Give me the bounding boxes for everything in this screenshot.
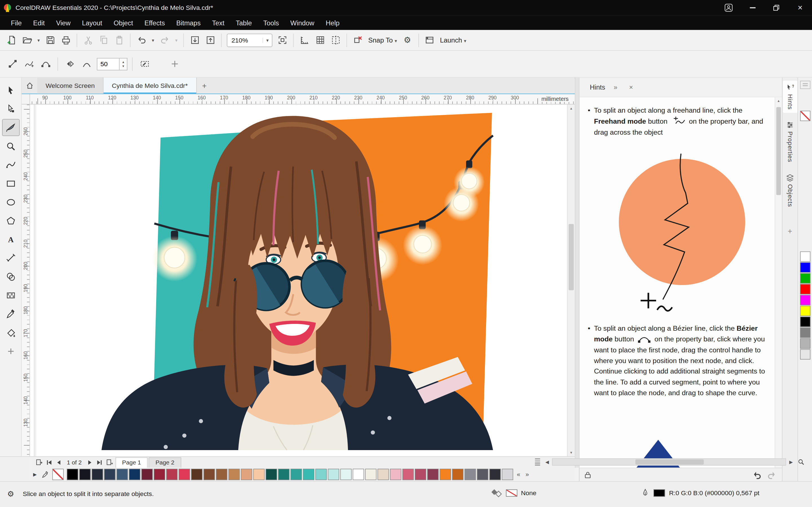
minimize-button[interactable] — [741, 0, 764, 15]
undo-button[interactable] — [134, 33, 149, 47]
palette-swatch[interactable] — [800, 284, 811, 294]
snap-to-dropdown[interactable]: Snap To ▾ — [366, 36, 399, 44]
snap-off-button[interactable] — [350, 33, 365, 47]
new-tab-button[interactable]: + — [197, 78, 212, 94]
menu-object[interactable]: Object — [108, 16, 139, 29]
cut-direction-button[interactable] — [63, 57, 77, 71]
maximize-button[interactable] — [764, 0, 788, 15]
scroll-down-icon[interactable]: ▼ — [567, 448, 575, 456]
palette-swatch[interactable] — [377, 469, 389, 480]
palette-swatch[interactable] — [452, 469, 463, 480]
palette-swatch[interactable] — [353, 469, 364, 480]
palette-swatch[interactable] — [340, 469, 352, 480]
docker-close-icon[interactable]: × — [626, 83, 637, 91]
menu-effects[interactable]: Effects — [139, 16, 170, 29]
palette-swatch[interactable] — [266, 469, 277, 480]
open-dropdown[interactable]: ▾ — [35, 33, 42, 47]
launch-dropdown[interactable]: Launch ▾ — [438, 36, 468, 44]
palette-swatch[interactable] — [141, 469, 153, 480]
palette-swatch[interactable] — [315, 469, 327, 480]
palette-swatch[interactable] — [129, 469, 140, 480]
scrollbar-splitter-handle[interactable] — [535, 458, 540, 466]
h-ruler[interactable]: millimeters 9010011012013014015016017018… — [30, 94, 575, 105]
palette-swatch[interactable] — [191, 469, 202, 480]
redo-dropdown[interactable]: ▾ — [173, 33, 180, 47]
h-scroll-thumb[interactable] — [636, 459, 704, 464]
palette-swatch[interactable] — [179, 469, 190, 480]
palette-swatch[interactable] — [465, 469, 476, 480]
palette-swatch[interactable] — [800, 328, 811, 338]
palette-swatch[interactable] — [800, 349, 811, 360]
docker-tab-objects[interactable]: Objects — [783, 170, 797, 210]
palette-scroll-right[interactable]: » — [523, 471, 532, 478]
palette-eyedropper-button[interactable] — [42, 471, 49, 478]
text-tool[interactable]: A — [2, 231, 19, 248]
palette-swatch[interactable] — [303, 469, 314, 480]
canvas-v-scrollbar[interactable]: ▲ ▼ — [567, 105, 575, 456]
palette-swatch[interactable] — [166, 469, 177, 480]
palette-swatch[interactable] — [502, 469, 513, 480]
smart-fill-tool[interactable] — [2, 324, 19, 341]
new-document-button[interactable] — [4, 33, 18, 47]
menu-view[interactable]: View — [50, 16, 77, 29]
palette-swatch[interactable] — [800, 317, 811, 327]
customize-property-bar-button[interactable] — [167, 57, 182, 71]
palette-swatch[interactable] — [490, 469, 501, 480]
paste-button[interactable] — [112, 33, 126, 47]
outline-indicator[interactable]: R:0 G:0 B:0 (#000000) 0,567 pt — [641, 489, 760, 498]
pan-zoom-button[interactable] — [796, 457, 806, 467]
transparency-tool[interactable] — [2, 287, 19, 304]
palette-swatch[interactable] — [116, 469, 128, 480]
add-docker-button[interactable]: + — [788, 226, 792, 235]
palette-swatch[interactable] — [427, 469, 439, 480]
hints-scroll-thumb[interactable] — [776, 107, 781, 195]
palette-swatch[interactable] — [67, 469, 78, 480]
knife-tool[interactable] — [2, 119, 19, 136]
palette-swatch[interactable] — [365, 469, 376, 480]
no-color-swatch[interactable] — [800, 111, 811, 121]
show-rulers-button[interactable] — [297, 33, 312, 47]
status-settings-gear-icon[interactable]: ⚙ — [7, 490, 14, 499]
home-button[interactable] — [22, 78, 37, 94]
show-guidelines-button[interactable] — [328, 33, 343, 47]
hint-back-button[interactable] — [751, 470, 761, 480]
menu-text[interactable]: Text — [206, 16, 230, 29]
zoom-tool[interactable] — [2, 138, 19, 155]
palette-swatch[interactable] — [477, 469, 488, 480]
palette-swatch[interactable] — [800, 262, 811, 273]
shaping-tool[interactable] — [2, 268, 19, 285]
palette-swatch[interactable] — [440, 469, 451, 480]
palette-swatch[interactable] — [800, 295, 811, 305]
outline-options-button[interactable] — [137, 57, 152, 71]
undo-dropdown[interactable]: ▾ — [150, 33, 156, 47]
docker-tab-properties[interactable]: Properties — [783, 118, 797, 165]
eyedropper-tool[interactable] — [2, 305, 19, 323]
palette-swatch[interactable] — [92, 469, 103, 480]
tab-welcome-screen[interactable]: Welcome Screen — [37, 78, 103, 94]
palette-swatch[interactable] — [216, 469, 227, 480]
freehand-tool[interactable] — [2, 156, 19, 173]
palette-flyout-button[interactable]: ▶ — [33, 472, 40, 477]
export-button[interactable] — [203, 33, 217, 47]
last-page-button[interactable] — [95, 458, 105, 467]
palette-swatch[interactable] — [415, 469, 426, 480]
fullscreen-preview-button[interactable] — [275, 33, 289, 47]
menu-edit[interactable]: Edit — [28, 16, 50, 29]
menu-tools[interactable]: Tools — [257, 16, 285, 29]
cut-button[interactable] — [81, 33, 95, 47]
scroll-up-icon[interactable]: ▲ — [567, 105, 575, 112]
previous-page-button[interactable] — [54, 458, 64, 467]
fill-indicator[interactable]: None — [491, 489, 536, 498]
palette-swatch[interactable] — [800, 251, 811, 262]
hints-scrollbar[interactable]: ▲ ▼ — [775, 97, 782, 467]
knife-bezier-mode-button[interactable] — [38, 57, 53, 71]
palette-swatch[interactable] — [800, 273, 811, 284]
close-button[interactable]: × — [788, 0, 812, 15]
palette-swatch[interactable] — [154, 469, 165, 480]
lock-icon[interactable] — [583, 471, 592, 479]
palette-swatch[interactable] — [229, 469, 240, 480]
smoothing-stepper[interactable]: ▴▾ — [119, 58, 128, 70]
palette-swatch[interactable] — [402, 469, 414, 480]
menu-window[interactable]: Window — [285, 16, 320, 29]
smoothing-input[interactable] — [97, 58, 119, 70]
